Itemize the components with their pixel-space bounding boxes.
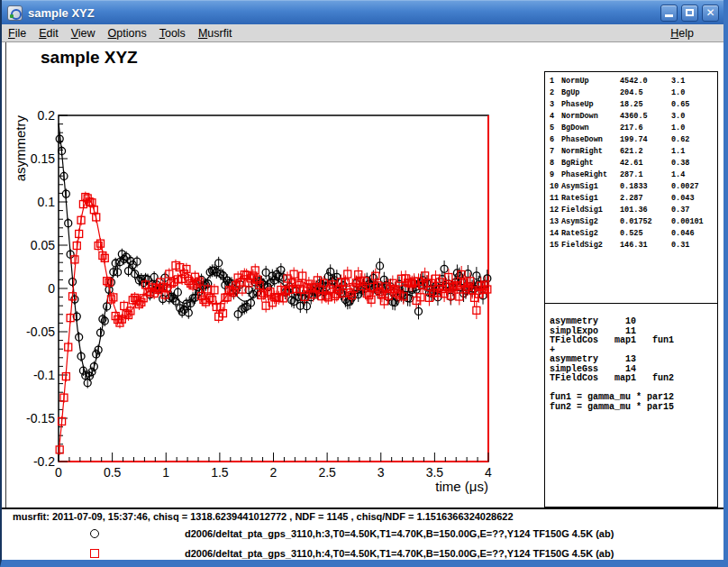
legend-open-square-icon (90, 549, 99, 558)
series-h3 (56, 123, 491, 389)
parameter-num: 2 (550, 87, 561, 99)
parameter-name: PhaseUp (561, 99, 620, 111)
parameter-name: BgUp (561, 87, 620, 99)
parameter-row: 4NormDown4360.53.0 (545, 111, 717, 123)
parameter-val: 621.2 (620, 146, 671, 158)
parameter-val: 0.1833 (620, 181, 671, 193)
parameter-row: 12FieldSig1101.360.37 (545, 205, 717, 216)
parameter-val: 217.6 (620, 123, 671, 134)
parameter-err: 0.00101 (671, 216, 717, 228)
parameter-name: RateSig2 (561, 228, 620, 240)
parameter-num: 3 (550, 99, 561, 111)
menu-item-file[interactable]: File (2, 26, 32, 41)
parameter-name: FieldSig2 (561, 240, 620, 251)
svg-text:4: 4 (485, 465, 492, 480)
parameter-row: 1NormUp4542.03.1 (545, 76, 717, 87)
menubar: FileEditViewOptionsToolsMusrfitHelp (2, 24, 723, 42)
theory-text: asymmetry 10 simplExpo 11 TFieldCos map1… (545, 304, 717, 412)
parameter-num: 1 (550, 76, 561, 87)
maximize-button[interactable] (681, 5, 698, 22)
parameter-num: 12 (550, 205, 561, 216)
theory-panel[interactable]: asymmetry 10 simplExpo 11 TFieldCos map1… (544, 303, 718, 508)
parameter-row: 7NormRight621.21.1 (545, 146, 717, 158)
parameter-num: 11 (550, 193, 561, 205)
parameter-val: 4360.5 (620, 111, 671, 123)
separator-line (2, 508, 723, 509)
svg-text:0: 0 (55, 465, 62, 480)
maximize-icon (686, 9, 694, 16)
x-axis-title: time (μs) (435, 479, 488, 494)
svg-text:0: 0 (48, 281, 55, 296)
parameter-err: 1.1 (671, 146, 717, 158)
parameter-err: 0.62 (671, 134, 717, 146)
parameter-row: 10AsymSig10.18330.0027 (545, 181, 717, 193)
series-h4 (56, 192, 491, 455)
parameter-num: 4 (550, 111, 561, 123)
svg-text:0.2: 0.2 (38, 108, 56, 123)
parameter-name: BgDown (561, 123, 620, 134)
svg-text:0.15: 0.15 (31, 151, 55, 166)
parameter-val: 199.74 (620, 134, 671, 146)
menu-item-tools[interactable]: Tools (153, 26, 192, 41)
root-logo-icon[interactable] (7, 5, 23, 21)
parameter-row: 11RateSig12.2870.043 (545, 193, 717, 205)
parameter-num: 9 (550, 169, 561, 181)
parameter-err: 1.4 (671, 169, 717, 181)
window-controls: ✕ (660, 5, 719, 22)
parameter-val: 204.5 (620, 87, 671, 99)
svg-text:3: 3 (378, 465, 385, 480)
parameter-val: 18.25 (620, 99, 671, 111)
parameter-num: 14 (550, 228, 561, 240)
titlebar[interactable]: sample XYZ ✕ (2, 0, 723, 24)
parameter-num: 7 (550, 146, 561, 158)
parameter-val: 0.01752 (620, 216, 671, 228)
menu-item-edit[interactable]: Edit (32, 26, 65, 41)
svg-text:2: 2 (270, 465, 278, 480)
window-title: sample XYZ (28, 6, 95, 20)
parameter-err: 0.0027 (671, 181, 717, 193)
parameter-err: 3.0 (671, 111, 717, 123)
parameter-name: NormUp (561, 76, 620, 87)
parameter-val: 101.36 (620, 205, 671, 216)
plot-svg[interactable]: 00.511.522.533.540.20.150.10.050-0.05-0.… (2, 42, 542, 504)
menu-item-view[interactable]: View (65, 26, 102, 41)
svg-text:3.5: 3.5 (426, 465, 444, 480)
parameter-name: NormRight (561, 146, 620, 158)
close-button[interactable]: ✕ (702, 5, 719, 22)
parameter-err: 0.38 (671, 158, 717, 169)
svg-text:-0.15: -0.15 (26, 411, 55, 425)
parameter-row: 8BgRight42.610.38 (545, 158, 717, 169)
parameter-num: 8 (550, 158, 561, 169)
parameter-row: 5BgDown217.61.0 (545, 123, 717, 134)
main-window: sample XYZ ✕ FileEditViewOptionsToolsMus… (0, 0, 728, 567)
close-icon: ✕ (705, 7, 714, 18)
canvas-area[interactable]: sample XYZ 00.511.522.533.540.20.150.10.… (2, 42, 723, 560)
parameter-name: NormDown (561, 111, 620, 123)
parameter-num: 13 (550, 216, 561, 228)
parameter-num: 6 (550, 134, 561, 146)
menu-item-musrfit[interactable]: Musrfit (192, 26, 239, 41)
parameters-panel[interactable]: 1NormUp4542.03.12BgUp204.51.03PhaseUp18.… (544, 71, 718, 304)
parameter-err: 1.0 (671, 87, 717, 99)
parameter-val: 287.1 (620, 169, 671, 181)
legend-item-2: d2006/deltat_pta_gps_3110,h:4,T0=4.50K,T… (2, 546, 723, 561)
parameter-err: 3.1 (671, 76, 717, 87)
svg-text:0.5: 0.5 (104, 465, 122, 480)
parameter-num: 5 (550, 123, 561, 134)
y-axis-title: asymmetry (13, 115, 28, 182)
parameter-val: 146.31 (620, 240, 671, 251)
menu-item-help[interactable]: Help (664, 26, 700, 41)
parameter-num: 15 (550, 240, 561, 251)
svg-text:0.05: 0.05 (31, 238, 55, 252)
parameter-err: 1.0 (671, 123, 717, 134)
svg-text:-0.1: -0.1 (33, 368, 55, 382)
menu-item-options[interactable]: Options (102, 26, 153, 41)
parameter-val: 4542.0 (620, 76, 671, 87)
parameter-val: 42.61 (620, 158, 671, 169)
root-logo-leaf (10, 14, 14, 18)
parameter-val: 2.287 (620, 193, 671, 205)
minimize-button[interactable] (660, 5, 678, 22)
parameter-name: BgRight (561, 158, 620, 169)
parameter-row: 6PhaseDown199.740.62 (545, 134, 717, 146)
svg-text:1: 1 (162, 465, 169, 480)
